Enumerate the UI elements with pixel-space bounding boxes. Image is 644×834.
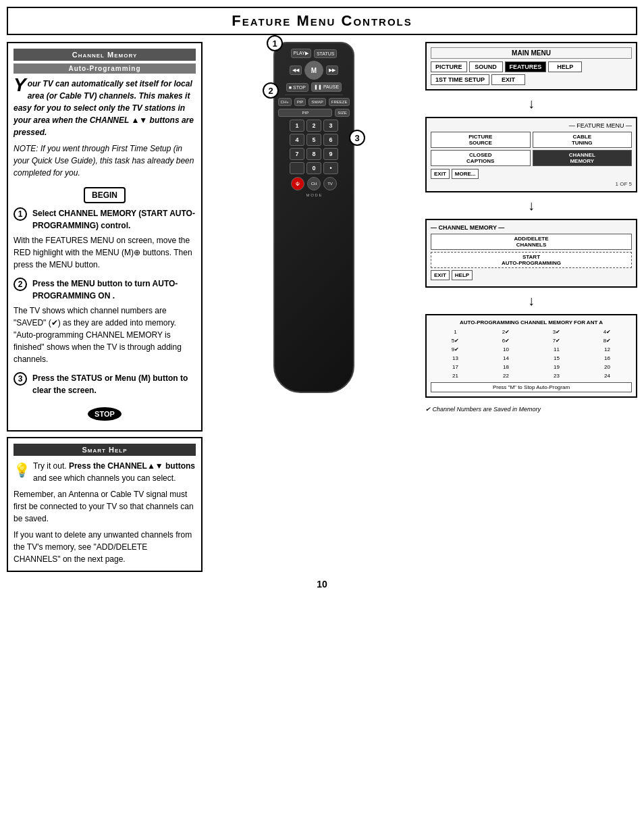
ap-num-14: 14 xyxy=(481,355,531,362)
remote-mode-label: M O D E xyxy=(306,193,321,197)
auto-prog-box: AUTO-PROGRAMMING CHANNEL MEMORY FOR ANT … xyxy=(425,314,637,398)
main-menu-exit[interactable]: EXIT xyxy=(491,74,525,85)
remote-stop-row: ■ STOP ❚❚ PAUSE xyxy=(286,82,342,92)
ap-num-23: 23 xyxy=(532,372,581,380)
ch-pos-btn[interactable]: CH+ xyxy=(278,98,292,106)
sub-header: Auto-Programming xyxy=(14,63,196,74)
ap-press-m[interactable]: Press "M" to Stop Auto-Program xyxy=(431,382,632,392)
num-4[interactable]: 4 xyxy=(290,134,304,146)
ap-num-10: 10 xyxy=(481,346,531,353)
ap-num-16: 16 xyxy=(583,355,632,362)
step-2: 2 Press the MENU button to turn AUTO-PRO… xyxy=(14,278,196,365)
num-5[interactable]: 5 xyxy=(306,134,321,146)
fm-more[interactable]: MORE... xyxy=(452,169,479,179)
fm-closed-captions[interactable]: CLOSEDCAPTIONS xyxy=(431,150,531,166)
ap-num-22: 22 xyxy=(481,372,531,380)
pip-size-row: PIP SIZE xyxy=(278,109,349,117)
step-1-body: With the FEATURES MENU on screen, move t… xyxy=(14,234,196,271)
num-skip[interactable] xyxy=(290,162,304,174)
main-menu-buttons: PICTURE SOUND FEATURES HELP 1ST TIME SET… xyxy=(431,61,632,85)
step-2-title: Press the MENU button to turn AUTO-PROGR… xyxy=(32,278,196,302)
pip-size-btn[interactable]: PIP xyxy=(278,109,332,117)
ap-num-3: 3✔ xyxy=(532,328,581,336)
main-menu-picture[interactable]: PICTURE xyxy=(431,61,467,72)
step-circle-3: 3 xyxy=(349,130,365,146)
smart-help-content: 💡 Try it out. Press the CHANNEL▲▼ button… xyxy=(14,460,196,565)
m-button[interactable]: M xyxy=(304,61,323,80)
arrow-down-3: ↓ xyxy=(425,293,637,309)
num-7[interactable]: 7 xyxy=(290,148,304,160)
ap-num-8: 8✔ xyxy=(583,337,632,344)
cm-start-auto[interactable]: STARTAUTO-PROGRAMMING xyxy=(431,252,632,268)
ap-num-21: 21 xyxy=(431,372,480,380)
numpad: 1 2 3 4 5 6 7 8 9 0 • xyxy=(290,120,338,174)
ap-num-12: 12 xyxy=(583,346,632,353)
begin-button[interactable]: BEGIN xyxy=(84,187,126,203)
feature-menu-box: — FEATURE MENU — PICTURESOURCE CABLETUNI… xyxy=(425,117,637,192)
fm-bottom-row: EXIT MORE... xyxy=(431,169,632,179)
rew-btn[interactable]: ◀◀ xyxy=(290,66,302,75)
ap-num-24: 24 xyxy=(583,372,632,380)
ap-num-5: 5✔ xyxy=(431,337,480,344)
num-6[interactable]: 6 xyxy=(323,134,338,146)
fm-exit[interactable]: EXIT xyxy=(431,169,450,179)
num-3[interactable]: 3 xyxy=(323,120,338,132)
main-menu-1st-setup[interactable]: 1ST TIME SETUP xyxy=(431,74,489,85)
page-title-text: Feature Menu Controls xyxy=(232,12,412,29)
num-1[interactable]: 1 xyxy=(290,120,304,132)
arrow-down-1: ↓ xyxy=(425,96,637,111)
section-header: Channel Memory xyxy=(14,49,196,61)
freeze-btn[interactable]: FREEZE xyxy=(329,98,350,106)
stop-button[interactable]: STOP xyxy=(88,407,122,421)
smart-help-section: Smart Help 💡 Try it out. Press the CHANN… xyxy=(7,437,203,572)
ap-num-7: 7✔ xyxy=(532,337,581,344)
cm-help[interactable]: HELP xyxy=(452,270,473,280)
smart-help-header: Smart Help xyxy=(14,444,196,456)
main-menu-help[interactable]: HELP xyxy=(548,61,582,72)
step-1: 1 Select CHANNEL MEMORY (START AUTO-PROG… xyxy=(14,207,196,271)
step-1-num: 1 xyxy=(14,207,27,221)
color-buttons-row: CH+ PIP SWAP FREEZE xyxy=(278,98,350,106)
smart-help-text-1: Try it out. Press the CHANNEL▲▼ buttons … xyxy=(33,460,196,484)
note-text: NOTE: If you went through First Time Set… xyxy=(14,142,196,179)
pip-btn[interactable]: PIP xyxy=(294,98,306,106)
num-0[interactable]: 0 xyxy=(306,162,321,174)
channel-note: ✔ Channel Numbers are Saved in Memory xyxy=(425,406,637,413)
num-2[interactable]: 2 xyxy=(306,120,321,132)
num-8[interactable]: 8 xyxy=(306,148,321,160)
left-column: Channel Memory Auto-Programming Y our TV… xyxy=(7,42,203,572)
num-dot[interactable]: • xyxy=(323,162,338,174)
swap-btn[interactable]: SWAP xyxy=(308,98,325,106)
status-btn[interactable]: STATUS xyxy=(314,49,338,58)
cm-add-delete[interactable]: ADD/DELETECHANNELS xyxy=(431,234,632,250)
remote-divider-1 xyxy=(285,95,343,95)
intro-text: Y our TV can automatically set itself fo… xyxy=(14,78,196,138)
fm-channel-memory[interactable]: CHANNELMEMORY xyxy=(533,150,633,166)
ap-num-18: 18 xyxy=(481,363,531,371)
ap-num-1: 1 xyxy=(431,328,480,336)
stop-remote-btn[interactable]: ■ STOP xyxy=(286,83,308,92)
step-3: 3 Press the STATUS or Menu (M) button to… xyxy=(14,372,196,396)
ff-btn[interactable]: ▶▶ xyxy=(326,66,338,75)
main-menu-features[interactable]: FEATURES xyxy=(505,61,547,72)
remote-control: PLAY▶ STATUS ◀◀ M ▶▶ ■ STOP ❚❚ PAUSE xyxy=(273,42,354,393)
size-btn[interactable]: SIZE xyxy=(335,109,349,117)
remote-top-buttons: PLAY▶ STATUS xyxy=(291,49,338,58)
smart-help-text-3: If you want to delete any unwanted chann… xyxy=(14,529,196,565)
arrow-down-2: ↓ xyxy=(425,198,637,213)
power-btn[interactable]: ⏻ xyxy=(291,177,304,190)
ap-numbers-grid: 1 2✔ 3✔ 4✔ 5✔ 6✔ 7✔ 8✔ 9✔ 10 11 12 13 14 xyxy=(431,328,632,380)
num-9[interactable]: 9 xyxy=(323,148,338,160)
main-menu-sound[interactable]: SOUND xyxy=(469,61,503,72)
vol-btn[interactable]: CH xyxy=(307,177,321,190)
fm-cable-tuning[interactable]: CABLETUNING xyxy=(533,132,633,148)
tv-btn[interactable]: TV xyxy=(323,177,337,190)
cm-exit[interactable]: EXIT xyxy=(431,270,450,280)
fm-picture-source[interactable]: PICTURESOURCE xyxy=(431,132,531,148)
ap-num-4: 4✔ xyxy=(583,328,632,336)
step-3-title: Press the STATUS or Menu (M) button to c… xyxy=(32,372,196,396)
play-btn[interactable]: PLAY▶ xyxy=(291,49,311,58)
main-menu-title: MAIN MENU xyxy=(431,47,632,59)
main-menu-box: MAIN MENU PICTURE SOUND FEATURES HELP 1S… xyxy=(425,42,637,90)
pause-btn[interactable]: ❚❚ PAUSE xyxy=(311,82,342,92)
